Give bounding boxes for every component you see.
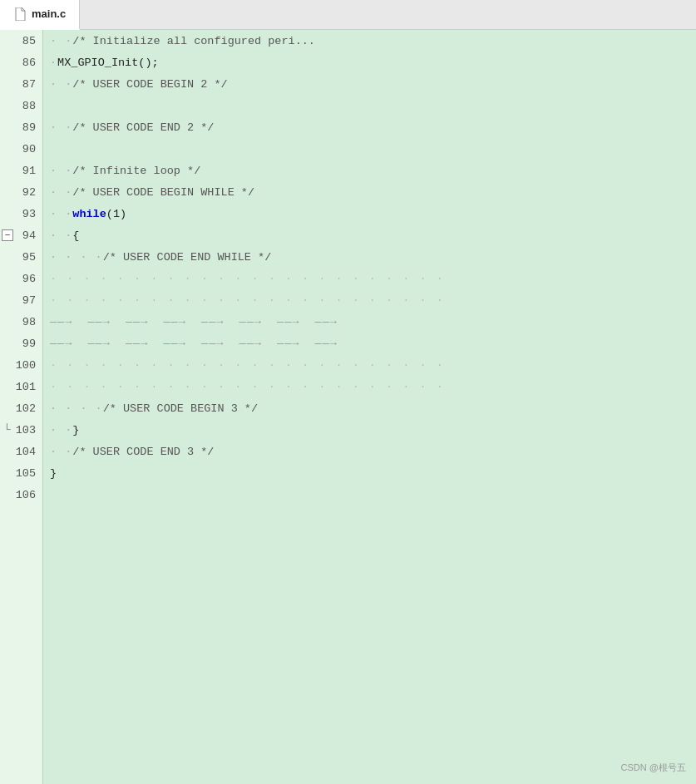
code-line: ——→ ——→ ——→ ——→ ——→ ——→ ——→ ——→ (43, 311, 696, 333)
line-number: 88 (0, 95, 42, 116)
code-line: · · while (1) (43, 203, 696, 224)
line-number: 101 (0, 376, 42, 397)
code-line (43, 138, 696, 160)
file-tab[interactable]: main.c (0, 0, 80, 30)
line-number: 97 (0, 289, 42, 311)
fold-icon[interactable]: − (2, 229, 13, 241)
code-line: · · · · · · · · · · · · · · · · · · · · … (43, 354, 696, 376)
code-line: } (43, 462, 696, 484)
code-content: · · /* Initialize all configured peri...… (43, 30, 696, 784)
line-number: 93 (0, 203, 42, 224)
code-line: · MX_GPIO_Init(); (43, 52, 696, 73)
editor-window: main.c 858687888990919293−94959697989910… (0, 0, 696, 784)
code-line (43, 95, 696, 116)
code-line: · · · · /* USER CODE BEGIN 3 */ (43, 397, 696, 419)
line-number: 92 (0, 181, 42, 203)
code-line: · · /* USER CODE END 2 */ (43, 116, 696, 138)
line-number: 98 (0, 311, 42, 333)
code-line: · · /* Infinite loop */ (43, 160, 696, 181)
line-number: 95 (0, 246, 42, 268)
code-line: · · { (43, 224, 696, 246)
line-number: 104 (0, 441, 42, 462)
code-line: · · /* USER CODE BEGIN 2 */ (43, 73, 696, 95)
line-numbers: 858687888990919293−949596979899100101102… (0, 30, 43, 784)
code-line: ——→ ——→ ——→ ——→ ——→ ——→ ——→ ——→ (43, 333, 696, 354)
line-number: 89 (0, 116, 42, 138)
line-number: 100 (0, 354, 42, 376)
line-number: 106 (0, 484, 42, 505)
code-line: · · /* USER CODE BEGIN WHILE */ (43, 181, 696, 203)
fold-line-icon: └ (3, 423, 10, 436)
line-number: 96 (0, 268, 42, 289)
code-line: · · } (43, 419, 696, 441)
code-area: 858687888990919293−949596979899100101102… (0, 30, 696, 784)
line-number: 99 (0, 333, 42, 354)
tab-label: main.c (32, 7, 66, 20)
line-number: 105 (0, 462, 42, 484)
line-number: 91 (0, 160, 42, 181)
line-number: −94 (0, 224, 42, 246)
line-number: 87 (0, 73, 42, 95)
line-number: 90 (0, 138, 42, 160)
code-line (43, 484, 696, 505)
line-number: 86 (0, 52, 42, 73)
code-line: · · · · · · · · · · · · · · · · · · · · … (43, 268, 696, 289)
code-line: · · · · /* USER CODE END WHILE */ (43, 246, 696, 268)
file-icon (13, 7, 27, 22)
line-number: 102 (0, 397, 42, 419)
tab-bar: main.c (0, 0, 696, 30)
code-line: · · /* Initialize all configured peri... (43, 30, 696, 52)
watermark: CSDN @根号五 (621, 762, 686, 774)
line-number: └103 (0, 419, 42, 441)
code-line: · · /* USER CODE END 3 */ (43, 441, 696, 462)
code-line: · · · · · · · · · · · · · · · · · · · · … (43, 289, 696, 311)
line-number: 85 (0, 30, 42, 52)
code-line: · · · · · · · · · · · · · · · · · · · · … (43, 376, 696, 397)
